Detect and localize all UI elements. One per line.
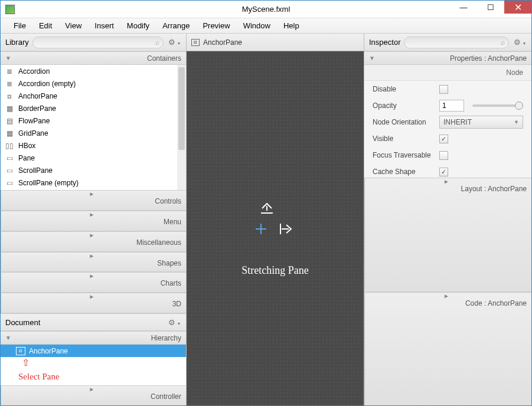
- focus-checkbox[interactable]: [439, 151, 448, 160]
- library-item[interactable]: ▤FlowPane: [1, 114, 186, 127]
- inspector-tab-layout[interactable]: Layout : AnchorPane: [364, 178, 531, 292]
- chevron-right-icon: [89, 232, 95, 238]
- chevron-down-icon: [5, 335, 11, 341]
- chevron-right-icon: [89, 191, 95, 197]
- accordion-icon: ≣: [4, 67, 15, 76]
- document-settings-icon[interactable]: ⚙ ▾: [167, 318, 181, 327]
- library-item[interactable]: ▯▯HBox: [1, 139, 186, 152]
- canvas-header: ⧈ AnchorPane: [187, 34, 364, 51]
- maximize-button[interactable]: ☐: [477, 1, 504, 14]
- visible-checkbox[interactable]: ✓: [439, 135, 448, 143]
- disable-checkbox[interactable]: [439, 85, 448, 94]
- gridpane-icon: ▦: [4, 129, 15, 137]
- library-settings-icon[interactable]: ⚙ ▾: [167, 38, 181, 47]
- title-bar: MyScene.fxml — ☐ ✕: [1, 1, 531, 18]
- inspector-title: Inspector: [369, 38, 400, 47]
- chevron-right-icon: [89, 293, 95, 300]
- cache-checkbox[interactable]: ✓: [439, 168, 448, 176]
- library-section-misc[interactable]: Miscellaneous: [1, 231, 186, 252]
- accordion-icon: ≣: [4, 80, 15, 88]
- menu-help[interactable]: Help: [278, 19, 305, 32]
- annotation-arrow-icon: ⇧: [22, 357, 186, 368]
- minimize-button[interactable]: —: [450, 1, 477, 14]
- center-cross-icon: [256, 224, 266, 234]
- menu-modify[interactable]: Modify: [121, 19, 155, 32]
- library-section-containers[interactable]: Containers: [1, 51, 186, 65]
- canvas-root-label: AnchorPane: [203, 38, 242, 47]
- borderpane-icon: ▦: [4, 104, 15, 113]
- prop-group-node: Node: [364, 65, 531, 81]
- scrollpane-icon: ▭: [4, 166, 15, 175]
- library-item[interactable]: ⧈AnchorPane: [1, 90, 186, 102]
- menu-arrange[interactable]: Arrange: [156, 19, 195, 32]
- inspector-tab-properties[interactable]: Properties : AnchorPane: [364, 51, 531, 65]
- scrollpane-icon: ▭: [4, 179, 15, 187]
- anchorpane-icon: ⧈: [191, 39, 200, 46]
- menu-file[interactable]: File: [8, 19, 32, 32]
- chevron-right-icon: [443, 293, 449, 299]
- library-title: Library: [5, 38, 29, 47]
- chevron-down-icon: ▼: [514, 119, 519, 125]
- library-item[interactable]: ▦GridPane: [1, 127, 186, 139]
- chevron-right-icon: [89, 273, 95, 279]
- library-section-shapes[interactable]: Shapes: [1, 252, 186, 273]
- flowpane-icon: ▤: [4, 117, 15, 125]
- chevron-down-icon: [369, 55, 375, 61]
- menu-bar: File Edit View Insert Modify Arrange Pre…: [1, 18, 531, 34]
- hbox-icon: ▯▯: [4, 142, 15, 150]
- library-item[interactable]: ≣Accordion (empty): [1, 77, 186, 90]
- library-scrollbar[interactable]: [177, 65, 186, 190]
- menu-edit[interactable]: Edit: [33, 19, 58, 32]
- search-icon: ⌕: [501, 38, 505, 47]
- library-item[interactable]: ▭ScrollPane: [1, 164, 186, 176]
- stretch-right-icon: [279, 222, 295, 235]
- menu-window[interactable]: Window: [237, 19, 276, 32]
- orientation-combo[interactable]: INHERIT▼: [439, 116, 523, 129]
- inspector-header: Inspector ⌕ ⚙ ▾: [364, 34, 531, 51]
- menu-insert[interactable]: Insert: [89, 19, 120, 32]
- anchorpane-icon: ⧈: [16, 347, 25, 355]
- close-button[interactable]: ✕: [504, 1, 531, 14]
- inspector-search[interactable]: ⌕: [404, 37, 509, 48]
- anchorpane-icon: ⧈: [4, 92, 15, 100]
- library-section-menu[interactable]: Menu: [1, 211, 186, 231]
- document-section-hierarchy[interactable]: Hierarchy: [1, 331, 186, 345]
- properties-panel: Node Disable Opacity Node OrientationINH…: [364, 65, 531, 178]
- inspector-tab-code[interactable]: Code : AnchorPane: [364, 292, 531, 406]
- chevron-right-icon: [89, 211, 95, 218]
- inspector-settings-icon[interactable]: ⚙ ▾: [513, 38, 527, 47]
- stretch-up-icon: [259, 201, 275, 214]
- library-header: Library ⌕ ⚙ ▾: [1, 34, 186, 51]
- annotation-text: Select Pane: [1, 368, 186, 385]
- canvas-note: Stretching Pane: [241, 264, 308, 277]
- menu-view[interactable]: View: [59, 19, 87, 32]
- search-icon: ⌕: [155, 38, 159, 47]
- chevron-right-icon: [89, 386, 95, 392]
- chevron-right-icon: [89, 253, 95, 259]
- library-section-charts[interactable]: Charts: [1, 272, 186, 293]
- library-list: ≣Accordion ≣Accordion (empty) ⧈AnchorPan…: [1, 65, 186, 189]
- library-search[interactable]: ⌕: [32, 37, 164, 48]
- menu-preview[interactable]: Preview: [197, 19, 236, 32]
- document-section-controller[interactable]: Controller: [1, 385, 186, 406]
- library-item[interactable]: ▭Pane: [1, 152, 186, 164]
- hierarchy-root-node[interactable]: ⧈ AnchorPane: [1, 345, 186, 357]
- opacity-slider[interactable]: [472, 104, 523, 107]
- hierarchy-tree: ⧈ AnchorPane ⇧ Select Pane: [1, 345, 186, 385]
- document-title: Document: [5, 318, 40, 327]
- library-item[interactable]: ▭ScrollPane (empty): [1, 176, 186, 189]
- library-item[interactable]: ▦BorderPane: [1, 102, 186, 114]
- pane-icon: ▭: [4, 154, 15, 162]
- canvas[interactable]: Stretching Pane: [187, 51, 364, 406]
- library-item[interactable]: ≣Accordion: [1, 65, 186, 77]
- opacity-input[interactable]: [439, 100, 464, 112]
- document-header: Document ⚙ ▾: [1, 313, 186, 331]
- chevron-right-icon: [443, 178, 449, 185]
- library-section-3d[interactable]: 3D: [1, 293, 186, 313]
- chevron-down-icon: [5, 55, 11, 61]
- library-section-controls[interactable]: Controls: [1, 190, 186, 211]
